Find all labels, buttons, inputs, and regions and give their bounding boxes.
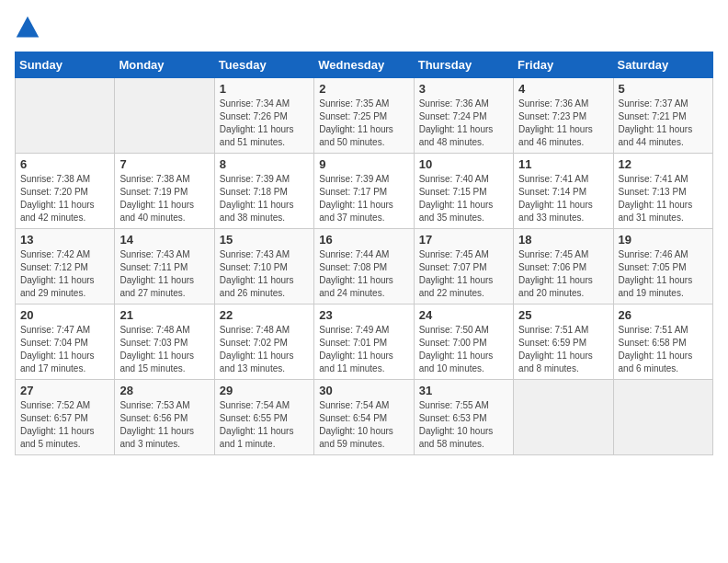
day-info: Sunrise: 7:43 AMSunset: 7:10 PMDaylight:… xyxy=(220,249,294,298)
day-number: 11 xyxy=(518,157,608,171)
weekday-header: Sunday xyxy=(16,52,115,78)
calendar-cell: 14 Sunrise: 7:43 AMSunset: 7:11 PMDaylig… xyxy=(115,229,214,304)
calendar-cell: 17 Sunrise: 7:45 AMSunset: 7:07 PMDaylig… xyxy=(414,229,513,304)
calendar-week-row: 6 Sunrise: 7:38 AMSunset: 7:20 PMDayligh… xyxy=(16,154,713,229)
day-number: 19 xyxy=(619,233,708,247)
day-number: 30 xyxy=(319,384,408,397)
calendar-cell: 24 Sunrise: 7:50 AMSunset: 7:00 PMDaylig… xyxy=(414,304,513,380)
day-number: 5 xyxy=(619,82,708,96)
day-info: Sunrise: 7:55 AMSunset: 6:53 PMDaylight:… xyxy=(419,400,494,449)
day-number: 24 xyxy=(419,308,508,322)
calendar-cell: 2 Sunrise: 7:35 AMSunset: 7:25 PMDayligh… xyxy=(314,78,414,154)
weekday-header: Tuesday xyxy=(214,52,313,78)
day-info: Sunrise: 7:48 AMSunset: 7:03 PMDaylight:… xyxy=(119,325,194,373)
calendar-cell: 16 Sunrise: 7:44 AMSunset: 7:08 PMDaylig… xyxy=(314,229,414,304)
calendar-cell: 4 Sunrise: 7:36 AMSunset: 7:23 PMDayligh… xyxy=(514,78,613,154)
day-info: Sunrise: 7:39 AMSunset: 7:17 PMDaylight:… xyxy=(319,174,393,223)
day-info: Sunrise: 7:36 AMSunset: 7:24 PMDaylight:… xyxy=(419,98,494,147)
calendar-cell: 12 Sunrise: 7:41 AMSunset: 7:13 PMDaylig… xyxy=(613,154,712,229)
page-header xyxy=(15,15,713,40)
day-info: Sunrise: 7:44 AMSunset: 7:08 PMDaylight:… xyxy=(319,249,393,298)
day-info: Sunrise: 7:46 AMSunset: 7:05 PMDaylight:… xyxy=(619,249,693,298)
day-info: Sunrise: 7:42 AMSunset: 7:12 PMDaylight:… xyxy=(20,249,95,298)
day-number: 3 xyxy=(419,82,508,96)
day-number: 23 xyxy=(319,308,408,322)
calendar-cell: 25 Sunrise: 7:51 AMSunset: 6:59 PMDaylig… xyxy=(514,304,613,380)
day-info: Sunrise: 7:35 AMSunset: 7:25 PMDaylight:… xyxy=(319,98,393,147)
calendar-cell: 3 Sunrise: 7:36 AMSunset: 7:24 PMDayligh… xyxy=(414,78,513,154)
calendar-cell: 20 Sunrise: 7:47 AMSunset: 7:04 PMDaylig… xyxy=(16,304,115,380)
logo xyxy=(15,15,44,40)
calendar-cell: 22 Sunrise: 7:48 AMSunset: 7:02 PMDaylig… xyxy=(214,304,313,380)
calendar-week-row: 13 Sunrise: 7:42 AMSunset: 7:12 PMDaylig… xyxy=(16,229,713,304)
calendar-week-row: 27 Sunrise: 7:52 AMSunset: 6:57 PMDaylig… xyxy=(16,380,713,455)
day-number: 1 xyxy=(220,82,309,96)
calendar-cell: 7 Sunrise: 7:38 AMSunset: 7:19 PMDayligh… xyxy=(115,154,214,229)
day-info: Sunrise: 7:49 AMSunset: 7:01 PMDaylight:… xyxy=(319,325,393,373)
calendar-cell: 23 Sunrise: 7:49 AMSunset: 7:01 PMDaylig… xyxy=(314,304,414,380)
calendar-table: SundayMondayTuesdayWednesdayThursdayFrid… xyxy=(15,52,713,455)
day-number: 12 xyxy=(619,157,708,171)
day-info: Sunrise: 7:36 AMSunset: 7:23 PMDaylight:… xyxy=(518,98,593,147)
calendar-cell: 26 Sunrise: 7:51 AMSunset: 6:58 PMDaylig… xyxy=(613,304,712,380)
day-info: Sunrise: 7:37 AMSunset: 7:21 PMDaylight:… xyxy=(619,98,693,147)
day-number: 6 xyxy=(20,157,109,171)
svg-marker-0 xyxy=(17,17,40,38)
calendar-cell xyxy=(115,78,214,154)
day-info: Sunrise: 7:43 AMSunset: 7:11 PMDaylight:… xyxy=(119,249,194,298)
day-number: 8 xyxy=(220,157,309,171)
day-info: Sunrise: 7:53 AMSunset: 6:56 PMDaylight:… xyxy=(119,400,194,449)
day-number: 13 xyxy=(20,233,109,247)
calendar-cell: 5 Sunrise: 7:37 AMSunset: 7:21 PMDayligh… xyxy=(613,78,712,154)
weekday-header: Wednesday xyxy=(314,52,414,78)
logo-icon xyxy=(15,15,40,40)
day-info: Sunrise: 7:45 AMSunset: 7:06 PMDaylight:… xyxy=(518,249,593,298)
calendar-cell: 30 Sunrise: 7:54 AMSunset: 6:54 PMDaylig… xyxy=(314,380,414,455)
calendar-cell xyxy=(16,78,115,154)
calendar-cell: 10 Sunrise: 7:40 AMSunset: 7:15 PMDaylig… xyxy=(414,154,513,229)
day-info: Sunrise: 7:47 AMSunset: 7:04 PMDaylight:… xyxy=(20,325,95,373)
calendar-cell: 28 Sunrise: 7:53 AMSunset: 6:56 PMDaylig… xyxy=(115,380,214,455)
day-number: 4 xyxy=(518,82,608,96)
day-number: 17 xyxy=(419,233,508,247)
calendar-body: 1 Sunrise: 7:34 AMSunset: 7:26 PMDayligh… xyxy=(16,78,713,455)
day-info: Sunrise: 7:45 AMSunset: 7:07 PMDaylight:… xyxy=(419,249,494,298)
day-info: Sunrise: 7:51 AMSunset: 6:58 PMDaylight:… xyxy=(619,325,693,373)
calendar-cell: 27 Sunrise: 7:52 AMSunset: 6:57 PMDaylig… xyxy=(16,380,115,455)
day-number: 15 xyxy=(220,233,309,247)
day-info: Sunrise: 7:34 AMSunset: 7:26 PMDaylight:… xyxy=(220,98,294,147)
calendar-cell: 18 Sunrise: 7:45 AMSunset: 7:06 PMDaylig… xyxy=(514,229,613,304)
day-number: 29 xyxy=(220,384,309,397)
calendar-cell xyxy=(613,380,712,455)
calendar-week-row: 20 Sunrise: 7:47 AMSunset: 7:04 PMDaylig… xyxy=(16,304,713,380)
day-info: Sunrise: 7:41 AMSunset: 7:14 PMDaylight:… xyxy=(518,174,593,223)
day-info: Sunrise: 7:38 AMSunset: 7:20 PMDaylight:… xyxy=(20,174,95,223)
day-info: Sunrise: 7:52 AMSunset: 6:57 PMDaylight:… xyxy=(20,400,95,449)
day-info: Sunrise: 7:54 AMSunset: 6:54 PMDaylight:… xyxy=(319,400,393,449)
weekday-header: Monday xyxy=(115,52,214,78)
day-info: Sunrise: 7:39 AMSunset: 7:18 PMDaylight:… xyxy=(220,174,294,223)
day-number: 10 xyxy=(419,157,508,171)
day-info: Sunrise: 7:41 AMSunset: 7:13 PMDaylight:… xyxy=(619,174,693,223)
day-info: Sunrise: 7:54 AMSunset: 6:55 PMDaylight:… xyxy=(220,400,294,449)
day-number: 21 xyxy=(119,308,209,322)
calendar-header: SundayMondayTuesdayWednesdayThursdayFrid… xyxy=(16,52,713,78)
day-number: 25 xyxy=(518,308,608,322)
day-info: Sunrise: 7:48 AMSunset: 7:02 PMDaylight:… xyxy=(220,325,294,373)
calendar-cell: 6 Sunrise: 7:38 AMSunset: 7:20 PMDayligh… xyxy=(16,154,115,229)
day-info: Sunrise: 7:51 AMSunset: 6:59 PMDaylight:… xyxy=(518,325,593,373)
day-number: 7 xyxy=(119,157,209,171)
calendar-week-row: 1 Sunrise: 7:34 AMSunset: 7:26 PMDayligh… xyxy=(16,78,713,154)
day-number: 2 xyxy=(319,82,408,96)
calendar-cell: 9 Sunrise: 7:39 AMSunset: 7:17 PMDayligh… xyxy=(314,154,414,229)
calendar-cell xyxy=(514,380,613,455)
day-number: 22 xyxy=(220,308,309,322)
day-info: Sunrise: 7:38 AMSunset: 7:19 PMDaylight:… xyxy=(119,174,194,223)
day-number: 9 xyxy=(319,157,408,171)
weekday-header: Thursday xyxy=(414,52,513,78)
weekday-header: Friday xyxy=(514,52,613,78)
calendar-cell: 15 Sunrise: 7:43 AMSunset: 7:10 PMDaylig… xyxy=(214,229,313,304)
day-info: Sunrise: 7:50 AMSunset: 7:00 PMDaylight:… xyxy=(419,325,494,373)
calendar-cell: 21 Sunrise: 7:48 AMSunset: 7:03 PMDaylig… xyxy=(115,304,214,380)
calendar-cell: 13 Sunrise: 7:42 AMSunset: 7:12 PMDaylig… xyxy=(16,229,115,304)
